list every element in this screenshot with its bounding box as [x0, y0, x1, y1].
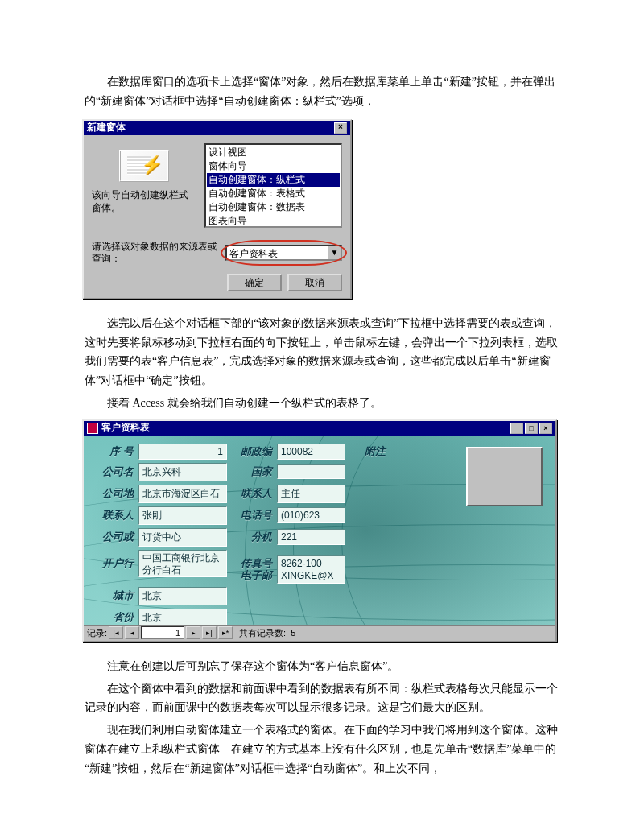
form-type-listbox[interactable]: 设计视图 窗体向导 自动创建窗体：纵栏式 自动创建窗体：表格式 自动创建窗体：数…: [204, 143, 342, 228]
form-icon: [87, 423, 98, 434]
label-phone: 电话号: [232, 508, 272, 522]
dialog-titlebar: 新建窗体 ×: [84, 121, 350, 135]
paragraph-6: 现在我们利用自动窗体建立一个表格式的窗体。在下面的学习中我们将用到这个窗体。这种…: [85, 720, 559, 778]
source-combobox[interactable]: 客户资料表 ▼: [225, 245, 342, 261]
label-email: 电子邮: [232, 568, 272, 583]
field-seq[interactable]: 1: [138, 444, 227, 460]
paragraph-3: 接着 Access 就会给我们自动创建一个纵栏式的表格了。: [85, 394, 559, 413]
minimize-icon[interactable]: _: [510, 423, 523, 434]
dialog-preview-panel: ⚡ 该向导自动创建纵栏式窗体。: [92, 143, 196, 228]
field-ext[interactable]: 221: [277, 529, 345, 545]
nav-next-button[interactable]: ▸: [186, 626, 200, 639]
field-contact[interactable]: 张刚: [138, 506, 227, 525]
maximize-icon[interactable]: □: [525, 423, 538, 434]
label-postal: 邮政编: [232, 444, 272, 459]
close-icon[interactable]: ×: [539, 423, 552, 434]
field-email[interactable]: XINGKE@X: [277, 568, 345, 584]
list-item[interactable]: 图表向导: [207, 214, 340, 228]
field-contact-person[interactable]: 主任: [277, 485, 345, 503]
paragraph-4: 注意在创建以后可别忘了保存这个窗体为“客户信息窗体”。: [85, 657, 559, 676]
label-country: 国家: [232, 464, 272, 479]
paragraph-5: 在这个窗体中看到的数据和前面课中看到的数据表有所不同：纵栏式表格每次只能显示一个…: [85, 679, 559, 718]
wizard-preview-icon: ⚡: [119, 150, 169, 182]
label-bank: 开户行: [93, 556, 134, 571]
label-seq: 序 号: [93, 444, 134, 459]
list-item[interactable]: 设计视图: [207, 146, 340, 159]
label-company-addr: 公司地: [93, 486, 134, 501]
new-form-dialog: 新建窗体 × ⚡ 该向导自动创建纵栏式窗体。 设计视图 窗体向导 自动创建窗体: [82, 119, 352, 299]
field-company-addr[interactable]: 北京市海淀区白石: [138, 485, 227, 503]
source-label: 请选择该对象数据的来源表或查询：: [92, 241, 221, 266]
cancel-button[interactable]: 取消: [287, 274, 342, 291]
nav-total-label: 共有记录数:: [239, 627, 286, 639]
nav-first-button[interactable]: |◂: [109, 626, 123, 639]
label-ext: 分机: [232, 530, 272, 544]
customer-form-window: 客户资料表 _ □ × 序 号 1 邮政编 100082: [82, 419, 557, 642]
lightning-icon: ⚡: [141, 155, 163, 175]
paragraph-1: 在数据库窗口的选项卡上选择“窗体”对象，然后在数据库菜单上单击“新建”按钮，并在…: [85, 72, 559, 111]
field-phone[interactable]: (010)623: [277, 507, 345, 523]
nav-label: 记录:: [87, 627, 107, 639]
paragraph-2: 选完以后在这个对话框下部的“该对象的数据来源表或查询”下拉框中选择需要的表或查询…: [85, 314, 559, 390]
field-country[interactable]: [277, 464, 345, 479]
form-title: 客户资料表: [101, 421, 150, 435]
field-company-name[interactable]: 北京兴科: [138, 463, 227, 481]
label-contact: 联系人: [93, 508, 134, 522]
form-titlebar: 客户资料表 _ □ ×: [84, 421, 555, 436]
field-province[interactable]: 北京: [138, 609, 227, 625]
nav-prev-button[interactable]: ◂: [125, 626, 139, 639]
close-icon[interactable]: ×: [334, 122, 347, 134]
list-item-selected[interactable]: 自动创建窗体：纵栏式: [207, 173, 340, 187]
label-note: 附注: [350, 444, 386, 459]
field-postal[interactable]: 100082: [277, 444, 345, 460]
list-item[interactable]: 自动创建窗体：数据表: [207, 200, 340, 214]
label-province: 省份: [93, 610, 134, 625]
dialog-title: 新建窗体: [87, 121, 126, 134]
nav-current-record[interactable]: 1: [141, 626, 184, 639]
record-navigator: 记录: |◂ ◂ 1 ▸ ▸| ▸* 共有记录数: 5: [84, 625, 555, 641]
list-item[interactable]: 窗体向导: [207, 159, 340, 173]
source-combobox-value: 客户资料表: [227, 246, 328, 259]
dialog-caption: 该向导自动创建纵栏式窗体。: [92, 188, 196, 216]
nav-last-button[interactable]: ▸|: [202, 626, 217, 639]
nav-total-value: 5: [291, 628, 295, 638]
label-city: 城市: [93, 588, 134, 603]
label-company-or: 公司或: [93, 530, 134, 544]
label-contact-person: 联系人: [232, 486, 272, 501]
nav-new-button[interactable]: ▸*: [218, 626, 233, 639]
label-company-name: 公司名: [93, 464, 134, 479]
field-city[interactable]: 北京: [138, 587, 227, 605]
field-company-or[interactable]: 订货中心: [138, 528, 227, 547]
chevron-down-icon[interactable]: ▼: [328, 246, 341, 259]
ok-button[interactable]: 确定: [227, 274, 282, 291]
list-item[interactable]: 自动创建窗体：表格式: [207, 187, 340, 200]
field-bank[interactable]: 中国工商银行北京分行白石: [138, 550, 227, 577]
